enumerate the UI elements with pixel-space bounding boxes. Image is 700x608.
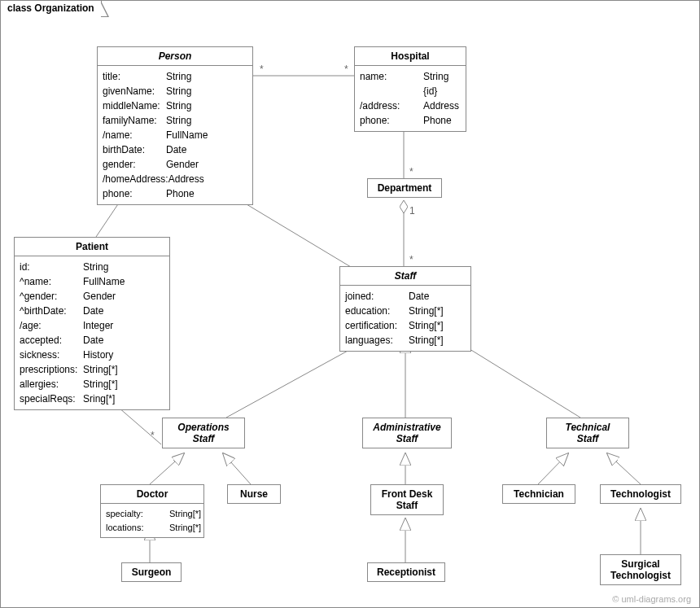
class-hospital: Hospital name:String {id}/address:Addres… — [354, 46, 466, 132]
class-nurse-name: Nurse — [228, 485, 280, 503]
svg-line-13 — [607, 453, 641, 484]
class-person-name: Person — [98, 47, 252, 66]
class-department-name: Department — [368, 179, 441, 197]
class-technician: Technician — [502, 484, 575, 504]
attribute-row: ^gender:Gender — [20, 289, 164, 304]
mult-patient-ops-right: * — [151, 430, 155, 441]
attribute-row: sickness:History — [20, 348, 164, 362]
attribute-row: phone:Phone — [103, 186, 247, 201]
attribute-row: gender:Gender — [103, 157, 247, 172]
mult-hosp-dept-bot: * — [409, 166, 413, 177]
attribute-row: prescriptions:String[*] — [20, 362, 164, 377]
mult-person-hospital-right: * — [344, 63, 348, 75]
class-operations-staff-name: OperationsStaff — [163, 418, 244, 448]
class-front-desk-staff-name: Front DeskStaff — [371, 485, 443, 514]
attribute-row: certification:String[*] — [345, 318, 466, 333]
attribute-row: familyName:String — [103, 113, 247, 128]
attribute-row: languages:String[*] — [345, 333, 466, 348]
class-surgeon-name: Surgeon — [122, 563, 181, 581]
attribute-row: ^birthDate:Date — [20, 304, 164, 318]
attribute-row: /name:FullName — [103, 128, 247, 142]
attribute-row: specialty:String[*] — [106, 507, 199, 521]
mult-person-hospital-left: * — [260, 63, 264, 75]
class-administrative-staff-name: AdministrativeStaff — [363, 418, 451, 448]
class-technician-name: Technician — [503, 485, 575, 503]
attribute-row: id:String — [20, 260, 164, 274]
svg-line-8 — [457, 341, 580, 418]
class-person: Person title:StringgivenName:Stringmiddl… — [97, 46, 253, 205]
svg-line-10 — [223, 453, 251, 484]
class-hospital-attrs: name:String {id}/address:Addressphone:Ph… — [355, 66, 466, 131]
attribute-row: joined:Date — [345, 289, 466, 304]
attribute-row: birthDate:Date — [103, 142, 247, 157]
attribute-row: education:String[*] — [345, 304, 466, 318]
class-doctor: Doctor specialty:String[*]locations:Stri… — [100, 484, 204, 538]
attribute-row: /homeAddress:Address — [103, 172, 247, 186]
class-technical-staff-name: TechnicalStaff — [547, 418, 628, 448]
attribute-row: title:String — [103, 69, 247, 84]
class-receptionist-name: Receptionist — [368, 563, 444, 581]
class-patient-attrs: id:String^name:FullName^gender:Gender^bi… — [15, 256, 169, 409]
class-front-desk-staff: Front DeskStaff — [370, 484, 444, 515]
svg-line-6 — [226, 341, 365, 418]
attribute-row: ^name:FullName — [20, 274, 164, 289]
mult-dept-staff-top: 1 — [409, 205, 415, 217]
attribute-row: phone:Phone — [360, 113, 461, 128]
attribute-row: name:String {id} — [360, 69, 461, 98]
class-department: Department — [367, 178, 442, 198]
class-patient-name: Patient — [15, 238, 169, 256]
class-technologist: Technologist — [600, 484, 681, 504]
class-operations-staff: OperationsStaff — [162, 418, 245, 448]
svg-line-9 — [150, 453, 184, 484]
attribute-row: locations:String[*] — [106, 521, 199, 535]
class-administrative-staff: AdministrativeStaff — [362, 418, 452, 448]
class-nurse: Nurse — [227, 484, 281, 504]
class-person-attrs: title:StringgivenName:StringmiddleName:S… — [98, 66, 252, 204]
class-staff-attrs: joined:Dateeducation:String[*]certificat… — [340, 286, 470, 351]
attribute-row: accepted:Date — [20, 333, 164, 348]
class-staff: Staff joined:Dateeducation:String[*]cert… — [339, 266, 471, 352]
class-receptionist: Receptionist — [367, 562, 445, 582]
attribute-row: /address:Address — [360, 98, 461, 113]
class-patient: Patient id:String^name:FullName^gender:G… — [14, 237, 170, 410]
mult-dept-staff-bot: * — [409, 254, 413, 265]
class-surgeon: Surgeon — [121, 562, 182, 582]
class-hospital-name: Hospital — [355, 47, 466, 66]
svg-line-12 — [538, 453, 568, 484]
class-technical-staff: TechnicalStaff — [546, 418, 629, 448]
watermark: © uml-diagrams.org — [612, 594, 691, 604]
attribute-row: specialReqs:Sring[*] — [20, 391, 164, 406]
class-technologist-name: Technologist — [601, 485, 680, 503]
class-staff-name: Staff — [340, 267, 470, 286]
class-surgical-technologist-name: SurgicalTechnologist — [601, 555, 680, 584]
class-doctor-name: Doctor — [101, 485, 203, 504]
attribute-row: /age:Integer — [20, 318, 164, 333]
uml-diagram-frame: class Organization * * 1 * 1 * * * — [0, 0, 700, 608]
attribute-row: allergies:String[*] — [20, 377, 164, 391]
attribute-row: middleName:String — [103, 98, 247, 113]
class-doctor-attrs: specialty:String[*]locations:String[*] — [101, 504, 203, 537]
class-surgical-technologist: SurgicalTechnologist — [600, 554, 681, 585]
attribute-row: givenName:String — [103, 84, 247, 98]
